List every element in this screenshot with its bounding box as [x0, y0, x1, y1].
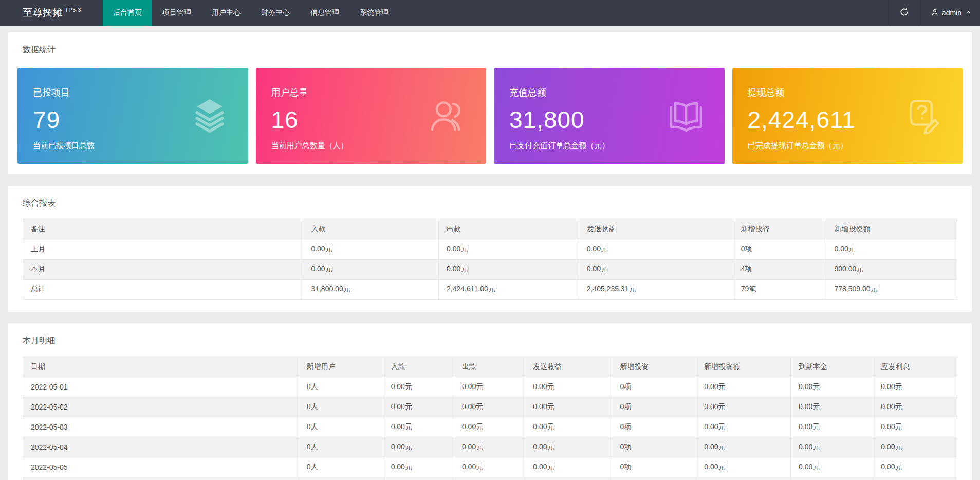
table-cell: 0.00元: [383, 377, 454, 397]
brand-logo[interactable]: 至尊摆摊 TP5.3: [0, 0, 103, 26]
table-cell: 0.00元: [383, 437, 454, 457]
chevron-up-icon: [965, 9, 972, 17]
column-header: 出款: [454, 357, 525, 377]
stat-card-caption: 已完成提现订单总金额（元）: [748, 141, 948, 151]
table-row: 本月0.00元0.00元0.00元4项900.00元: [23, 260, 957, 280]
nav-item-0[interactable]: 后台首页: [103, 0, 152, 26]
month-detail-body: 2022-05-010人0.00元0.00元0.00元0项0.00元0.00元0…: [23, 377, 957, 480]
summary-report-title: 综合报表: [23, 198, 957, 209]
month-detail-panel: 本月明细 日期新增用户入款出款发送收益新增投资新增投资额到期本金应发利息 202…: [8, 323, 972, 480]
refresh-button[interactable]: [890, 0, 919, 26]
stats-panel: 数据统计 已投项目79当前已投项目总数用户总量16当前用户总数量（人）充值总额3…: [8, 32, 972, 174]
table-cell: 0.00元: [454, 437, 525, 457]
nav-item-2[interactable]: 用户中心: [201, 0, 251, 26]
summary-report-table: 备注入款出款发送收益新增投资新增投资额 上月0.00元0.00元0.00元0项0…: [23, 219, 957, 300]
table-cell: 0人: [299, 417, 383, 437]
table-cell: 0.00元: [873, 437, 957, 457]
table-cell: 0.00元: [383, 457, 454, 477]
table-cell: 2022-05-01: [23, 377, 299, 397]
table-cell: 79笔: [733, 280, 826, 300]
column-header: 备注: [23, 219, 303, 239]
table-row: 2022-05-010人0.00元0.00元0.00元0项0.00元0.00元0…: [23, 377, 957, 397]
table-cell: 31,800.00元: [303, 280, 439, 300]
month-detail-title: 本月明细: [23, 336, 957, 346]
column-header: 新增投资额: [696, 357, 791, 377]
table-cell: 0.00元: [579, 239, 733, 260]
column-header: 到期本金: [791, 357, 873, 377]
table-cell: 0人: [299, 457, 383, 477]
table-cell: 0.00元: [579, 260, 733, 280]
brand-title: 至尊摆摊: [23, 6, 63, 20]
table-cell: 2,424,611.00元: [439, 280, 579, 300]
column-header: 新增用户: [299, 357, 383, 377]
table-cell: 0.00元: [454, 417, 525, 437]
column-header: 出款: [439, 219, 579, 239]
header-row: 日期新增用户入款出款发送收益新增投资新增投资额到期本金应发利息: [23, 357, 957, 377]
table-cell: 2,405,235.31元: [579, 280, 733, 300]
table-cell: 0.00元: [525, 397, 612, 417]
nav-item-4[interactable]: 信息管理: [300, 0, 349, 26]
table-cell: 0.00元: [791, 457, 873, 477]
table-cell: 0项: [612, 417, 696, 437]
question-doc-icon: [905, 96, 943, 134]
table-cell: 0项: [612, 397, 696, 417]
table-cell: 2022-05-05: [23, 457, 299, 477]
table-cell: 0.00元: [791, 397, 873, 417]
stat-card-2: 充值总额31,800已支付充值订单总金额（元）: [494, 68, 725, 164]
column-header: 新增投资: [733, 219, 826, 239]
table-cell: 0人: [299, 377, 383, 397]
table-cell: 0.00元: [525, 377, 612, 397]
table-cell: 2022-05-02: [23, 397, 299, 417]
user-dropdown[interactable]: admin: [919, 0, 980, 26]
summary-report-body: 上月0.00元0.00元0.00元0项0.00元本月0.00元0.00元0.00…: [23, 239, 957, 300]
table-row: 2022-05-050人0.00元0.00元0.00元0项0.00元0.00元0…: [23, 457, 957, 477]
table-cell: 0.00元: [696, 377, 791, 397]
stat-card-1: 用户总量16当前用户总数量（人）: [256, 68, 487, 164]
table-cell: 0.00元: [454, 457, 525, 477]
nav-item-5[interactable]: 系统管理: [349, 0, 399, 26]
column-header: 发送收益: [579, 219, 733, 239]
brand-version: TP5.3: [65, 7, 81, 13]
book-open-icon: [667, 96, 705, 134]
column-header: 新增投资: [612, 357, 696, 377]
table-row: 2022-05-030人0.00元0.00元0.00元0项0.00元0.00元0…: [23, 417, 957, 437]
table-cell: 0人: [299, 477, 383, 480]
table-cell: 0.00元: [696, 477, 791, 480]
table-cell: 本月: [23, 260, 303, 280]
stat-cards: 已投项目79当前已投项目总数用户总量16当前用户总数量（人）充值总额31,800…: [17, 68, 963, 164]
table-cell: 0人: [299, 437, 383, 457]
table-cell: 0.00元: [696, 397, 791, 417]
table-cell: 0.00元: [383, 417, 454, 437]
table-cell: 0.00元: [791, 377, 873, 397]
table-cell: 0.00元: [696, 457, 791, 477]
table-cell: 0.00元: [454, 377, 525, 397]
table-cell: 0.00元: [791, 477, 873, 480]
table-cell: 0.00元: [439, 260, 579, 280]
header-row: 备注入款出款发送收益新增投资新增投资额: [23, 219, 957, 239]
stat-card-0: 已投项目79当前已投项目总数: [17, 68, 248, 164]
table-cell: 0.00元: [873, 397, 957, 417]
refresh-icon: [899, 7, 909, 19]
month-detail-table: 日期新增用户入款出款发送收益新增投资新增投资额到期本金应发利息 2022-05-…: [23, 357, 957, 480]
nav-item-3[interactable]: 财务中心: [251, 0, 300, 26]
nav-item-1[interactable]: 项目管理: [152, 0, 201, 26]
table-cell: 0.00元: [873, 457, 957, 477]
users-icon: [429, 96, 467, 134]
month-detail-header: 日期新增用户入款出款发送收益新增投资新增投资额到期本金应发利息: [23, 357, 957, 377]
table-cell: 2022-05-06: [23, 477, 299, 480]
stat-card-caption: 当前用户总数量（人）: [271, 141, 471, 151]
table-cell: 0.00元: [303, 260, 439, 280]
table-cell: 0.00元: [439, 239, 579, 260]
summary-report-panel: 综合报表 备注入款出款发送收益新增投资新增投资额 上月0.00元0.00元0.0…: [8, 186, 972, 312]
table-cell: 2022-05-04: [23, 437, 299, 457]
table-cell: 0.00元: [696, 437, 791, 457]
table-cell: 0.00元: [873, 477, 957, 480]
layers-icon: [191, 96, 229, 134]
table-cell: 上月: [23, 239, 303, 260]
nav-menu: 后台首页项目管理用户中心财务中心信息管理系统管理: [103, 0, 890, 26]
table-row: 2022-05-020人0.00元0.00元0.00元0项0.00元0.00元0…: [23, 397, 957, 417]
stat-card-caption: 当前已投项目总数: [33, 141, 233, 151]
user-icon: [931, 8, 939, 18]
username-label: admin: [942, 9, 961, 17]
table-cell: 0项: [612, 437, 696, 457]
